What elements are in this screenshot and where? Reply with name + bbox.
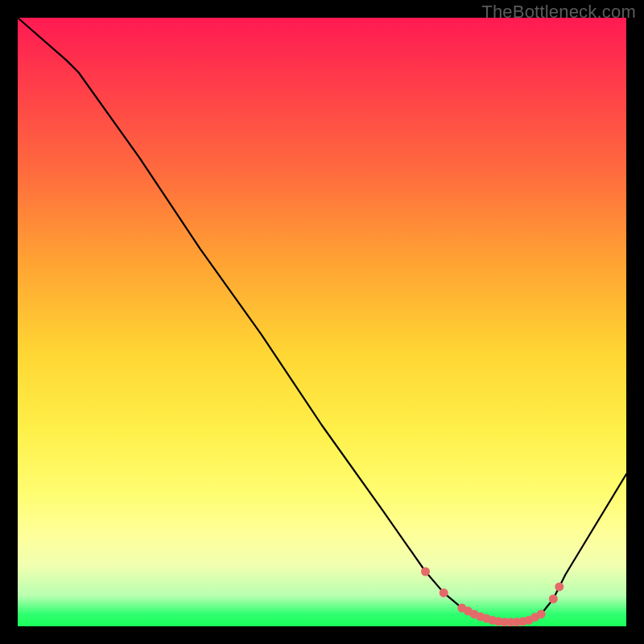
marker-point — [537, 609, 546, 618]
plot-area — [18, 18, 626, 626]
chart-frame: TheBottleneck.com — [0, 0, 644, 644]
chart-svg — [18, 18, 626, 626]
marker-point — [549, 595, 558, 604]
curve-path — [18, 18, 626, 622]
marker-point — [421, 568, 430, 576]
marker-point — [440, 588, 448, 597]
watermark-text: TheBottleneck.com — [481, 2, 636, 23]
marker-group — [421, 568, 564, 627]
marker-point — [555, 582, 564, 591]
